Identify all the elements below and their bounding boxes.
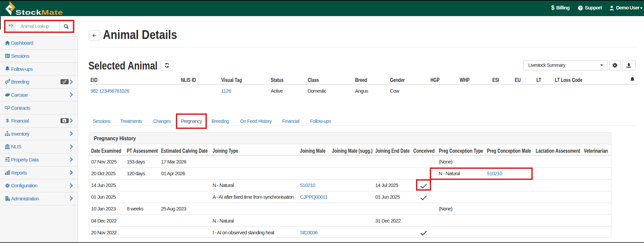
svg-text:$: $ — [6, 118, 9, 123]
svg-text:?: ? — [579, 6, 581, 10]
